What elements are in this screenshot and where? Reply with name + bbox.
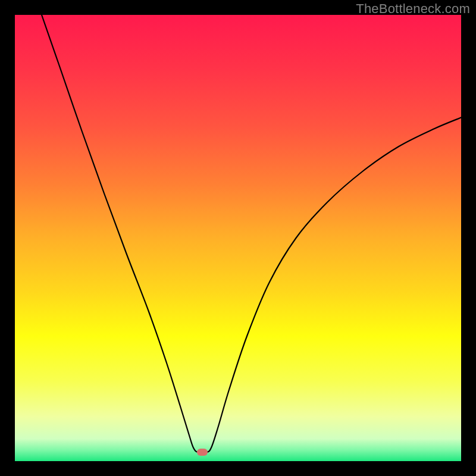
- gradient-background: [15, 15, 461, 461]
- watermark-text: TheBottleneck.com: [356, 1, 470, 17]
- optimum-marker: [197, 449, 208, 456]
- chart-frame: [15, 15, 461, 461]
